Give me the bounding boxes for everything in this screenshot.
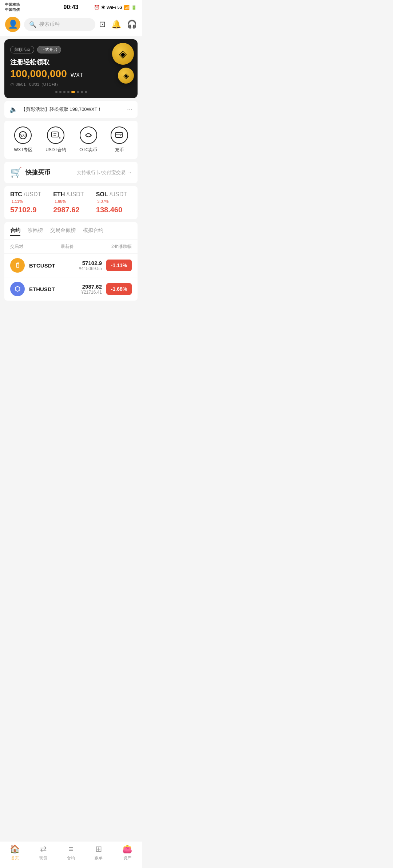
search-bar[interactable]: 🔍 搜索币种 [24, 18, 95, 31]
banner-currency: WXT [71, 72, 84, 79]
ethusdt-name: ETHUSDT [29, 286, 55, 292]
ethusdt-change: -1.68% [106, 283, 132, 295]
notice-text: 【剪彩活动】轻松领取 198,700WXT！ [21, 106, 123, 113]
banner-tag1: 剪彩活动 [10, 46, 34, 53]
eth-quote: /USDT [67, 191, 84, 197]
tab-contract[interactable]: 合约 [10, 227, 20, 236]
sol-base: SOL [96, 191, 108, 197]
avatar[interactable]: 👤 [5, 17, 20, 32]
table-row[interactable]: ₿ BTCUSDT 57102.9 ¥415069.55 -1.11% [4, 253, 138, 277]
btc-price: 57102.9 [10, 206, 46, 214]
ethusdt-cny: ¥21716.41 [81, 290, 102, 295]
header-change: 24h涨跌幅 [111, 244, 132, 250]
ethusdt-price: 2987.62 [81, 284, 102, 290]
svg-rect-2 [52, 132, 58, 137]
bluetooth-icon: ✱ [101, 5, 105, 10]
price-ticker: BTC /USDT -1.11% 57102.9 ETH /USDT -1.68… [4, 186, 138, 219]
sol-quote: /USDT [110, 191, 127, 197]
wifi-icon: WiFi [107, 5, 116, 10]
menu-label-deposit: 充币 [115, 147, 124, 153]
cart-icon: 🛒 [10, 167, 22, 178]
ticker-eth[interactable]: ETH /USDT -1.68% 2987.62 [53, 191, 89, 214]
search-placeholder: 搜索币种 [39, 21, 60, 28]
alarm-icon: ⏰ [94, 5, 100, 10]
menu-item-wxt[interactable]: WXT WXT专区 [14, 126, 32, 153]
btcusdt-cny: ¥415069.55 [79, 266, 102, 271]
dot7 [81, 91, 83, 93]
header: 👤 🔍 搜索币种 ⊡ 🔔 🎧 [0, 14, 142, 36]
menu-item-deposit[interactable]: 充币 [111, 126, 128, 153]
dot1 [55, 91, 57, 93]
tab-simulated[interactable]: 模拟合约 [83, 227, 103, 236]
svg-text:$: $ [59, 136, 60, 139]
btcusdt-price: 57102.9 [79, 260, 102, 266]
menu-label-otc: OTC卖币 [79, 147, 97, 153]
scan-icon[interactable]: ⊡ [99, 20, 106, 29]
quick-buy-left: 🛒 快捷买币 [10, 167, 50, 178]
sol-change: -3.07% [96, 199, 109, 204]
banner-decoration: ◈ ◈ [112, 43, 134, 84]
battery-icon: 🔋 [131, 5, 137, 10]
menu-item-usdt[interactable]: $ USDT合约 [45, 126, 66, 153]
banner[interactable]: 剪彩活动 正式开启 注册轻松领取 100,000,000 WXT ⏱ 06/01… [4, 39, 138, 98]
eth-change: -1.68% [53, 199, 66, 204]
status-bar: 中国移动 中国电信 00:43 ⏰ ✱ WiFi 5G 📶 🔋 [0, 0, 142, 14]
speaker-icon: 🔈 [9, 105, 17, 113]
carrier-info: 中国移动 中国电信 [5, 2, 20, 12]
otc-icon [80, 126, 97, 144]
btc-quote: /USDT [24, 191, 41, 197]
btc-logo: ₿ [10, 258, 25, 273]
arrow-icon: → [127, 170, 132, 175]
quick-buy[interactable]: 🛒 快捷买币 支持银行卡/支付宝交易 → [4, 162, 138, 183]
menu-label-usdt: USDT合约 [45, 147, 66, 153]
market-tabs: 合约 涨幅榜 交易金额榜 模拟合约 [4, 227, 138, 240]
search-icon: 🔍 [29, 21, 36, 28]
header-icons: ⊡ 🔔 🎧 [99, 20, 137, 29]
table-row[interactable]: ⬡ ETHUSDT 2987.62 ¥21716.41 -1.68% [4, 277, 138, 301]
sol-price: 138.460 [96, 206, 132, 214]
quick-buy-subtitle: 支持银行卡/支付宝交易 [77, 169, 126, 176]
notification-icon[interactable]: 🔔 [111, 20, 121, 29]
ethusdt-prices: 2987.62 ¥21716.41 [81, 284, 102, 295]
carrier2: 中国电信 [5, 7, 20, 12]
btcusdt-name: BTCUSDT [29, 262, 55, 269]
table-header: 交易对 最新价 24h涨跌幅 [4, 240, 138, 253]
banner-coin1: ◈ [112, 43, 134, 65]
ticker-btc[interactable]: BTC /USDT -1.11% 57102.9 [10, 191, 46, 214]
banner-amount: 100,000,000 [10, 68, 67, 80]
header-pair: 交易对 [10, 244, 23, 250]
eth-logo: ⬡ [10, 282, 25, 296]
tab-volume[interactable]: 交易金额榜 [50, 227, 76, 236]
menu-item-otc[interactable]: OTC卖币 [79, 126, 97, 153]
status-icons: ⏰ ✱ WiFi 5G 📶 🔋 [94, 5, 137, 10]
dot5 [71, 91, 75, 93]
clock-icon: ⏱ [10, 83, 14, 87]
notice-bar[interactable]: 🔈 【剪彩活动】轻松领取 198,700WXT！ ··· [4, 101, 138, 118]
btcusdt-change: -1.11% [106, 260, 132, 271]
header-price: 最新价 [61, 244, 74, 250]
quick-buy-title: 快捷买币 [25, 168, 50, 177]
usdt-icon: $ [47, 126, 64, 144]
wxt-icon: WXT [14, 126, 32, 144]
carrier1: 中国移动 [5, 2, 20, 7]
more-icon[interactable]: ··· [127, 106, 132, 113]
eth-logo-icon: ⬡ [15, 285, 20, 293]
btc-change: -1.11% [10, 199, 23, 204]
svg-text:WXT: WXT [19, 133, 27, 137]
eth-price: 2987.62 [53, 206, 89, 214]
banner-coin2: ◈ [118, 68, 134, 84]
support-icon[interactable]: 🎧 [127, 20, 137, 29]
quick-menu: WXT WXT专区 $ USDT合约 OTC卖币 [4, 121, 138, 159]
eth-base: ETH [53, 191, 65, 197]
signal-5g: 5G [118, 5, 122, 9]
quick-buy-right: 支持银行卡/支付宝交易 → [77, 169, 132, 176]
tab-gainers[interactable]: 涨幅榜 [28, 227, 43, 236]
dot2 [59, 91, 61, 93]
dot3 [63, 91, 66, 93]
svg-rect-6 [116, 132, 122, 137]
banner-tag2: 正式开启 [37, 46, 61, 53]
banner-dots [10, 91, 132, 93]
btc-logo-icon: ₿ [16, 262, 19, 269]
ticker-sol[interactable]: SOL /USDT -3.07% 138.460 [96, 191, 132, 214]
signal-icon: 📶 [124, 5, 130, 10]
